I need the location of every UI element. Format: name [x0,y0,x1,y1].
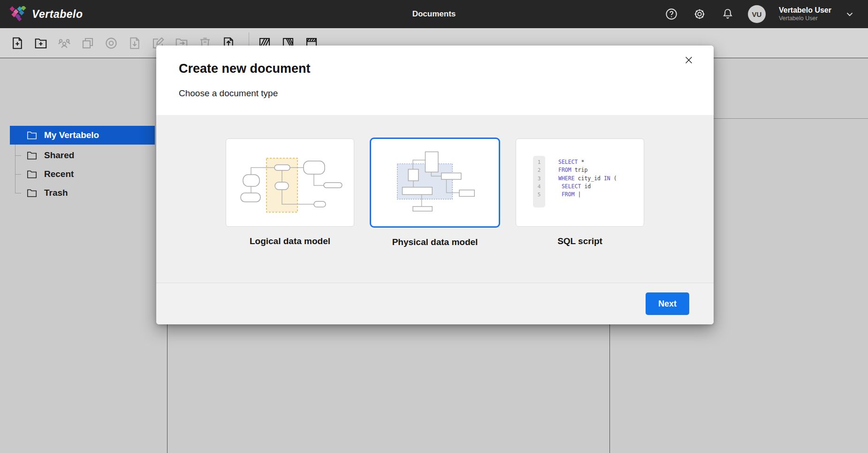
document-type-chooser: Logical data model [156,115,714,283]
card-physical-data-model[interactable] [370,138,500,228]
card-sql-script[interactable]: 12345 SELECT *FROM tripWHERE city_id IN … [516,138,644,227]
next-button[interactable]: Next [646,292,689,315]
download-button[interactable] [128,36,142,50]
sidebar-item-label: Trash [44,188,68,198]
folder-tree-sidebar: My Vertabelo Shared Recent Trash [0,58,167,453]
brand-name: Vertabelo [32,8,83,21]
preview-button[interactable] [104,36,118,50]
folder-icon [27,170,37,179]
avatar[interactable]: VU [748,5,766,23]
sidebar-item-label: Shared [44,150,74,161]
top-bar: Vertabelo Documents VU Vertabel [0,0,868,28]
close-icon [684,55,694,65]
user-subtitle: Vertabelo User [779,15,831,23]
sidebar-item-shared[interactable]: Shared [10,146,155,165]
sidebar-item-label: My Vertabelo [44,130,99,140]
settings-button[interactable] [692,6,708,22]
create-new-document-modal: Create new document Choose a document ty… [156,46,714,324]
sql-line-numbers: 12345 [533,156,545,207]
sidebar-item-my-vertabelo[interactable]: My Vertabelo [10,126,155,145]
user-info[interactable]: Vertabelo User Vertabelo User [779,6,831,23]
folder-icon [27,189,37,198]
gear-icon [693,8,706,21]
user-name: Vertabelo User [779,6,831,15]
card-logical-data-model[interactable] [226,138,354,227]
chevron-down-icon [845,9,855,19]
help-button[interactable] [663,6,679,22]
help-icon [665,8,678,21]
card-label-logical[interactable]: Logical data model [250,236,330,246]
user-menu-button[interactable] [844,6,856,22]
card-label-sql[interactable]: SQL script [557,236,602,246]
vertabelo-logo[interactable]: Vertabelo [0,6,83,22]
sidebar-item-trash[interactable]: Trash [10,184,155,202]
folder-icon [27,131,37,140]
new-folder-button[interactable] [34,36,48,50]
modal-subtitle: Choose a document type [179,88,691,99]
share-button[interactable] [57,36,71,50]
bell-icon [721,8,734,21]
duplicate-button[interactable] [81,36,95,50]
logical-model-illustration [226,139,354,227]
sql-code: SELECT *FROM tripWHERE city_id IN ( SELE… [558,158,617,199]
new-document-button[interactable] [10,36,24,50]
modal-footer: Next [156,283,714,324]
sidebar-item-label: Recent [44,169,74,179]
notifications-button[interactable] [720,6,736,22]
vertabelo-logo-icon [9,6,27,22]
sidebar-item-recent[interactable]: Recent [10,165,155,184]
close-button[interactable] [682,53,696,67]
modal-title: Create new document [179,61,691,76]
physical-model-illustration [371,139,499,226]
folder-icon [27,151,37,160]
card-label-physical[interactable]: Physical data model [392,237,478,247]
modal-header: Create new document Choose a document ty… [156,46,714,115]
